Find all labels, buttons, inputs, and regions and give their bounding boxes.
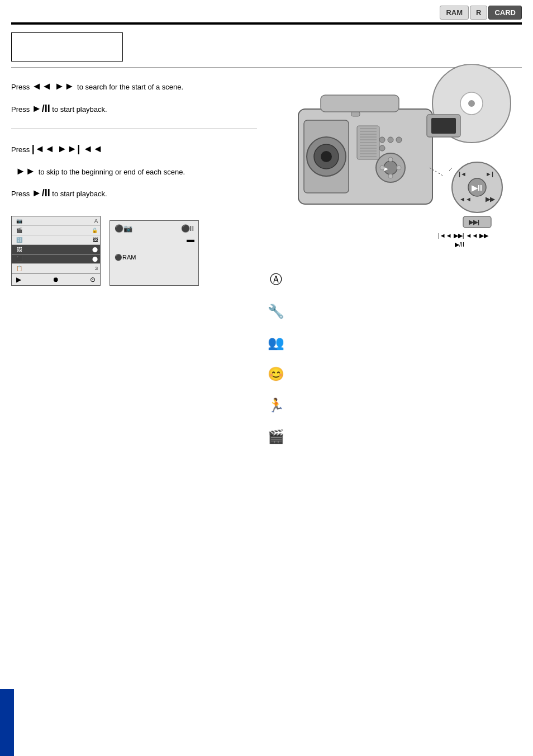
thick-divider	[11, 22, 522, 25]
play-pause-symbol1: ►/II	[32, 103, 50, 114]
svg-point-30	[396, 137, 402, 143]
icon-row-sport: 🏃	[265, 398, 522, 413]
svg-text:▶▶|: ▶▶|	[469, 219, 479, 225]
menu-row-3: 🔢 🖼	[12, 235, 100, 245]
page-indicator-bar	[0, 689, 14, 756]
menu-icon-2: 🎬	[14, 226, 24, 234]
icon-sport: 🏃	[265, 398, 287, 413]
icon-row-people: 👥	[265, 335, 522, 351]
menu-row-4: 🖼 ⬤	[12, 245, 100, 254]
ram-label: ⚫RAM	[115, 254, 136, 261]
icon-row-a: Ⓐ	[265, 271, 522, 288]
settings-icon-sm: ⊙	[90, 276, 96, 284]
para2: Press |◄◄ ►►| ◄◄ ►► to skip to the begin…	[11, 138, 257, 205]
icon-row-face: 😊	[265, 366, 522, 382]
para1: Press ◄◄ ►► to search for the start of a…	[11, 75, 257, 120]
icon-descriptions: Ⓐ 🔧 👥 😊 🏃 🎬	[265, 271, 522, 445]
status-row-3: ⚫RAM	[115, 254, 194, 261]
ram-badge: RAM	[440, 6, 469, 20]
svg-rect-35	[431, 118, 456, 134]
svg-rect-33	[321, 95, 399, 112]
svg-line-48	[449, 168, 452, 171]
section-box	[11, 32, 123, 62]
pause-icon: ⚫II	[181, 224, 194, 233]
svg-point-24	[388, 157, 393, 162]
status-row-1: ⚫📷 ⚫II	[115, 224, 194, 233]
menu-icon-4: 🖼	[14, 245, 24, 253]
skip-symbols: |◄◄ ►►| ◄◄	[32, 143, 103, 154]
svg-point-31	[379, 145, 385, 151]
svg-text:▶▶: ▶▶	[486, 196, 496, 202]
play-icon-sm: ▶	[16, 276, 21, 284]
icon-wrench: 🔧	[265, 304, 287, 319]
svg-rect-32	[351, 112, 360, 116]
svg-point-28	[379, 137, 385, 143]
svg-point-26	[380, 166, 384, 170]
battery-icon: ▬	[187, 235, 194, 244]
icon-a: Ⓐ	[265, 271, 287, 288]
icon-row-scene: 🎬	[265, 429, 522, 445]
ff-symbol: ►►	[16, 166, 39, 177]
menu-row-2: 🎬 🔒	[12, 226, 100, 235]
icon-row-wrench: 🔧	[265, 304, 522, 319]
svg-text:▶/II: ▶/II	[455, 241, 464, 248]
rec-icon-sm: ⏺	[53, 276, 59, 284]
icon-face: 😊	[265, 366, 287, 382]
svg-text:►|: ►|	[486, 171, 493, 177]
status-screen: ⚫📷 ⚫II ▬ ⚫RAM	[110, 220, 199, 286]
status-row-2: ▬	[115, 235, 194, 244]
camera-svg: ▶	[265, 64, 522, 254]
menu-icon-1: 📷	[14, 217, 24, 225]
header-badges: RAM R CARD	[429, 0, 533, 25]
camera-illustration: ▶	[265, 64, 522, 266]
svg-point-27	[397, 166, 401, 170]
svg-text:▶II: ▶II	[472, 183, 482, 192]
menu-screen: 📷 A 🎬 🔒 🔢 🖼 🖼 ⬤	[11, 216, 101, 286]
icon-people: 👥	[265, 335, 287, 351]
menu-row-1: 📷 A	[12, 216, 100, 226]
left-description: Press ◄◄ ►► to search for the start of a…	[11, 75, 257, 286]
menu-row-5: ⬛ ⬤	[12, 254, 100, 264]
svg-point-8	[321, 151, 332, 162]
svg-point-25	[388, 174, 393, 178]
svg-text:|◄◄ ▶▶| ◄◄ ▶▶: |◄◄ ▶▶| ◄◄ ▶▶	[438, 232, 489, 239]
menu-icon-5: ⬛	[14, 255, 24, 263]
menu-icon-6: 📋	[14, 264, 24, 272]
svg-text:◄◄: ◄◄	[459, 196, 472, 202]
menu-row-6: 📋 3	[12, 264, 100, 273]
svg-point-2	[468, 100, 475, 107]
svg-point-29	[388, 137, 393, 143]
rec-cam-icon: ⚫📷	[115, 224, 132, 233]
menu-bottom-icons: ▶ ⏺ ⊙	[12, 273, 100, 285]
rewind-ff-symbol: ◄◄ ►►	[32, 81, 77, 92]
icon-scene: 🎬	[265, 429, 287, 445]
card-badge: CARD	[488, 6, 522, 20]
r-badge: R	[470, 6, 487, 20]
screen-mockups: 📷 A 🎬 🔒 🔢 🖼 🖼 ⬤	[11, 216, 257, 286]
svg-text:|◄: |◄	[459, 171, 467, 177]
right-column: ▶	[265, 64, 522, 460]
mid-divider	[11, 129, 257, 129]
menu-icon-3: 🔢	[14, 236, 24, 244]
play-pause-symbol2: ►/II	[32, 187, 50, 199]
